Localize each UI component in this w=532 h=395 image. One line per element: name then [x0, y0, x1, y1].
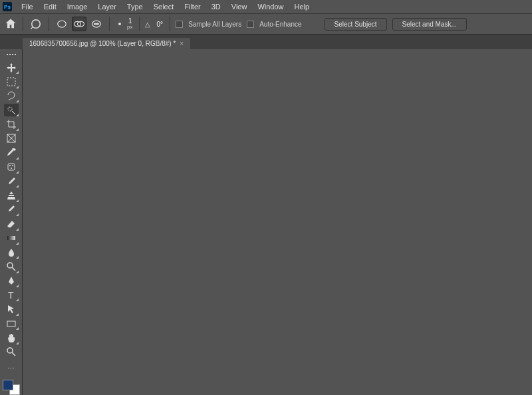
menu-layer[interactable]: Layer — [92, 1, 122, 12]
separator — [23, 17, 23, 31]
auto-enhance-label: Auto-Enhance — [259, 21, 301, 28]
brush-size-unit: px — [127, 24, 134, 30]
home-icon[interactable] — [4, 17, 17, 31]
clone-stamp-tool[interactable] — [4, 189, 19, 201]
document-tab[interactable]: 1606835700656.jpg @ 100% (Layer 0, RGB/8… — [23, 38, 190, 49]
svg-rect-5 — [94, 23, 99, 25]
sample-all-layers-checkbox[interactable] — [176, 21, 183, 28]
healing-brush-tool[interactable] — [4, 161, 19, 174]
menu-filter[interactable]: Filter — [179, 1, 205, 12]
hand-tool[interactable] — [4, 331, 19, 344]
separator — [109, 17, 110, 31]
eraser-tool[interactable] — [4, 217, 19, 230]
menu-edit[interactable]: Edit — [39, 1, 62, 12]
brush-size-value: 1 — [127, 18, 134, 24]
svg-point-13 — [11, 168, 12, 169]
close-tab-icon[interactable]: × — [180, 40, 184, 47]
move-tool[interactable] — [4, 61, 19, 74]
menu-view[interactable]: View — [226, 1, 253, 12]
brush-tool[interactable] — [4, 175, 19, 188]
menu-select[interactable]: Select — [148, 1, 180, 12]
svg-rect-7 — [7, 78, 15, 86]
options-bar: 1 px △ 0° Sample All Layers Auto-Enhance… — [0, 13, 532, 35]
zoom-tool[interactable] — [4, 346, 19, 358]
svg-text:T: T — [8, 290, 14, 301]
type-tool[interactable]: T — [4, 289, 19, 301]
panel-grip-icon[interactable] — [4, 52, 19, 58]
svg-point-15 — [7, 263, 13, 268]
svg-point-11 — [9, 165, 11, 166]
foreground-color-swatch[interactable] — [3, 380, 13, 390]
select-and-mask-button[interactable]: Select and Mask... — [392, 18, 467, 31]
svg-point-0 — [32, 20, 41, 29]
menu-3d[interactable]: 3D — [206, 1, 226, 12]
eyedropper-tool[interactable] — [4, 146, 19, 159]
svg-point-6 — [118, 23, 121, 25]
sample-all-layers-label: Sample All Layers — [188, 21, 241, 28]
marquee-tool[interactable] — [4, 75, 19, 88]
document-tab-title: 1606835700656.jpg @ 100% (Layer 0, RGB/8… — [29, 40, 176, 47]
menu-help[interactable]: Help — [289, 1, 315, 12]
lasso-tool[interactable] — [4, 90, 19, 102]
blur-tool[interactable] — [4, 246, 19, 259]
angle-value[interactable]: 0° — [156, 21, 165, 28]
separator — [139, 17, 140, 31]
quick-selection-tool[interactable] — [4, 104, 19, 116]
color-swatches[interactable] — [3, 380, 20, 395]
separator — [170, 17, 170, 31]
angle-icon: △ — [145, 21, 150, 28]
svg-rect-14 — [7, 236, 15, 240]
svg-point-12 — [12, 165, 13, 166]
svg-rect-10 — [8, 164, 15, 170]
svg-point-1 — [58, 21, 66, 27]
separator — [49, 17, 49, 31]
document-tab-bar: 1606835700656.jpg @ 100% (Layer 0, RGB/8… — [0, 35, 532, 49]
subtract-selection-icon[interactable] — [89, 17, 104, 31]
edit-toolbar-icon[interactable]: ⋯ — [4, 362, 19, 375]
menu-file[interactable]: File — [16, 1, 39, 12]
select-subject-button[interactable]: Select Subject — [325, 18, 387, 31]
pen-tool[interactable] — [4, 275, 19, 287]
brush-size-control[interactable]: 1 px — [115, 18, 134, 30]
app-icon: Ps — [3, 2, 12, 11]
menu-type[interactable]: Type — [122, 1, 148, 12]
tools-panel: T ⋯ — [0, 49, 23, 395]
new-selection-icon[interactable] — [55, 17, 69, 31]
brush-mode-group — [55, 17, 104, 31]
menu-bar: Ps File Edit Image Layer Type Select Fil… — [0, 0, 532, 13]
menu-window[interactable]: Window — [252, 1, 289, 12]
svg-rect-17 — [7, 321, 15, 327]
history-brush-tool[interactable] — [4, 203, 19, 216]
tool-preset-icon[interactable] — [29, 17, 43, 31]
svg-point-18 — [7, 348, 13, 353]
path-selection-tool[interactable] — [4, 303, 19, 315]
rectangle-tool[interactable] — [4, 317, 19, 330]
svg-point-8 — [8, 107, 12, 111]
gradient-tool[interactable] — [4, 232, 19, 245]
auto-enhance-checkbox[interactable] — [247, 21, 254, 28]
frame-tool[interactable] — [4, 132, 19, 145]
add-selection-icon[interactable] — [72, 17, 86, 31]
dodge-tool[interactable] — [4, 260, 19, 273]
menu-image[interactable]: Image — [62, 1, 93, 12]
crop-tool[interactable] — [4, 118, 19, 130]
